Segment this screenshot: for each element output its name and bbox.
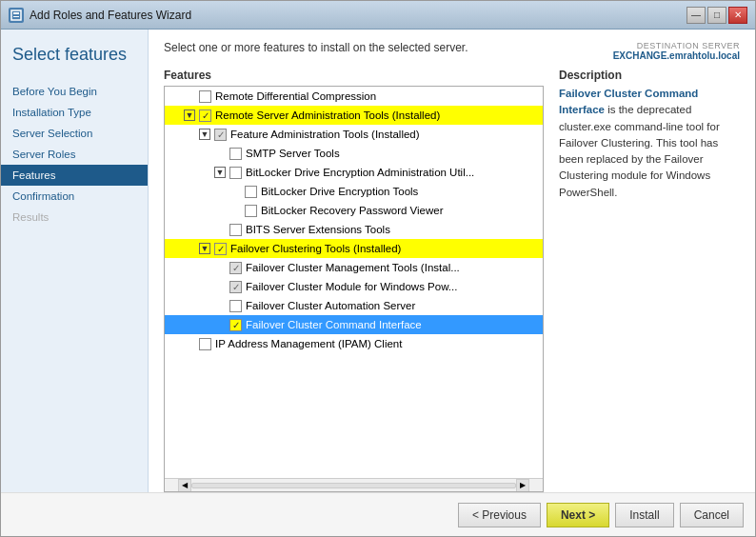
list-item[interactable]: ▼ BitLocker Drive Encryption Administrat… bbox=[165, 163, 543, 182]
list-item[interactable]: IP Address Management (IPAM) Client bbox=[165, 334, 543, 353]
svg-rect-0 bbox=[11, 10, 21, 20]
sidebar-item-before-you-begin[interactable]: Before You Begin bbox=[1, 81, 148, 102]
feature-checkbox[interactable] bbox=[199, 109, 211, 122]
feature-name: Failover Cluster Automation Server bbox=[246, 300, 415, 311]
feature-checkbox[interactable] bbox=[229, 224, 242, 236]
list-item[interactable]: ▼ Feature Administration Tools (Installe… bbox=[165, 125, 543, 144]
feature-checkbox[interactable] bbox=[214, 243, 227, 255]
scroll-right-arrow[interactable]: ▶ bbox=[516, 479, 529, 492]
svg-rect-1 bbox=[13, 12, 19, 14]
feature-checkbox[interactable] bbox=[229, 148, 242, 160]
feature-checkbox[interactable] bbox=[229, 300, 242, 312]
list-item[interactable]: BITS Server Extensions Tools bbox=[165, 220, 543, 239]
feature-name: BitLocker Recovery Password Viewer bbox=[261, 205, 444, 216]
feature-checkbox[interactable] bbox=[229, 281, 242, 293]
feature-name: Failover Clustering Tools (Installed) bbox=[230, 243, 401, 254]
expand-icon[interactable]: ▼ bbox=[214, 167, 226, 178]
features-label: Features bbox=[164, 69, 544, 82]
sidebar-item-confirmation[interactable]: Confirmation bbox=[1, 186, 148, 207]
feature-name: Failover Cluster Module for Windows Pow.… bbox=[246, 281, 457, 292]
feature-checkbox[interactable] bbox=[245, 205, 257, 217]
list-item[interactable]: Failover Cluster Management Tools (Insta… bbox=[165, 258, 543, 277]
list-item[interactable]: ▼ Failover Clustering Tools (Installed) bbox=[165, 239, 543, 258]
feature-name: BITS Server Extensions Tools bbox=[246, 224, 390, 235]
list-item[interactable]: BitLocker Drive Encryption Tools bbox=[165, 182, 543, 201]
feature-name: BitLocker Drive Encryption Tools bbox=[261, 186, 418, 197]
list-item[interactable]: SMTP Server Tools bbox=[165, 144, 543, 163]
title-bar-left: Add Roles and Features Wizard bbox=[9, 8, 191, 23]
description-label: Description bbox=[559, 69, 740, 82]
feature-name: Remote Differential Compression bbox=[215, 90, 376, 102]
description-panel: Description Failover Cluster Command Int… bbox=[559, 69, 740, 492]
minimize-button[interactable]: — bbox=[686, 7, 706, 24]
content-area: Select features Before You Begin Install… bbox=[1, 30, 755, 492]
scroll-left-arrow[interactable]: ◀ bbox=[178, 479, 191, 492]
bottom-bar: < Previous Next > Install Cancel bbox=[1, 492, 755, 536]
scrollbar-track bbox=[191, 483, 516, 488]
feature-checkbox[interactable] bbox=[229, 167, 242, 179]
features-section: Features Remote Differential Compression bbox=[149, 69, 755, 492]
features-list-container: Remote Differential Compression ▼ Remote… bbox=[164, 86, 544, 492]
title-bar-buttons: — □ ✕ bbox=[686, 7, 747, 24]
feature-name: SMTP Server Tools bbox=[246, 148, 340, 159]
feature-name: Failover Cluster Management Tools (Insta… bbox=[246, 262, 460, 273]
list-item[interactable]: ▼ Remote Server Administration Tools (In… bbox=[165, 106, 543, 125]
destination-label: DESTINATION SERVER bbox=[613, 41, 740, 50]
main-window: Add Roles and Features Wizard — □ ✕ Sele… bbox=[0, 0, 756, 537]
features-list[interactable]: Remote Differential Compression ▼ Remote… bbox=[165, 87, 543, 478]
feature-name: Failover Cluster Command Interface bbox=[246, 319, 422, 330]
feature-name: BitLocker Drive Encryption Administratio… bbox=[246, 167, 474, 178]
feature-checkbox[interactable] bbox=[229, 319, 242, 331]
feature-checkbox[interactable] bbox=[229, 262, 242, 274]
wizard-icon bbox=[9, 8, 24, 23]
feature-name: Remote Server Administration Tools (Inst… bbox=[215, 109, 440, 121]
feature-name: Feature Administration Tools (Installed) bbox=[230, 129, 420, 140]
main-header: Select one or more features to install o… bbox=[149, 30, 755, 69]
install-button[interactable]: Install bbox=[615, 503, 673, 527]
window-title: Add Roles and Features Wizard bbox=[30, 9, 191, 22]
list-item[interactable]: Failover Cluster Command Interface bbox=[165, 315, 543, 334]
horizontal-scrollbar[interactable]: ◀ ▶ bbox=[165, 478, 543, 491]
sidebar-nav: Before You Begin Installation Type Serve… bbox=[1, 73, 148, 492]
feature-checkbox[interactable] bbox=[214, 129, 227, 141]
list-item[interactable]: BitLocker Recovery Password Viewer bbox=[165, 201, 543, 220]
sidebar-item-server-roles[interactable]: Server Roles bbox=[1, 144, 148, 165]
previous-button[interactable]: < Previous bbox=[458, 503, 541, 527]
expand-icon[interactable]: ▼ bbox=[199, 243, 210, 254]
next-button[interactable]: Next > bbox=[547, 503, 609, 527]
list-item[interactable]: Remote Differential Compression bbox=[165, 87, 543, 106]
feature-checkbox[interactable] bbox=[199, 90, 211, 103]
description-body: is the deprecated cluster.exe command-li… bbox=[559, 104, 720, 197]
sidebar-title: Select features bbox=[12, 45, 136, 66]
feature-checkbox[interactable] bbox=[199, 338, 211, 350]
main-instruction: Select one or more features to install o… bbox=[164, 41, 613, 54]
cancel-button[interactable]: Cancel bbox=[680, 503, 744, 527]
sidebar: Select features Before You Begin Install… bbox=[1, 30, 149, 492]
sidebar-item-installation-type[interactable]: Installation Type bbox=[1, 102, 148, 123]
feature-name: IP Address Management (IPAM) Client bbox=[215, 338, 402, 349]
features-panel: Features Remote Differential Compression bbox=[164, 69, 544, 492]
sidebar-item-server-selection[interactable]: Server Selection bbox=[1, 123, 148, 144]
svg-rect-2 bbox=[13, 16, 19, 17]
sidebar-header: Select features bbox=[1, 30, 148, 73]
title-bar: Add Roles and Features Wizard — □ ✕ bbox=[1, 1, 755, 30]
main-content: Select one or more features to install o… bbox=[149, 30, 755, 492]
destination-name: EXCHANGE.emrahtolu.local bbox=[613, 50, 740, 61]
list-item[interactable]: Failover Cluster Automation Server bbox=[165, 296, 543, 315]
restore-button[interactable]: □ bbox=[707, 7, 726, 24]
destination-server-info: DESTINATION SERVER EXCHANGE.emrahtolu.lo… bbox=[613, 41, 740, 61]
sidebar-item-results: Results bbox=[1, 207, 148, 228]
expand-icon[interactable]: ▼ bbox=[199, 129, 210, 140]
feature-checkbox[interactable] bbox=[245, 186, 257, 198]
close-button[interactable]: ✕ bbox=[728, 7, 747, 24]
expand-icon[interactable]: ▼ bbox=[184, 109, 195, 121]
description-text: Failover Cluster Command Interface is th… bbox=[559, 86, 740, 201]
list-item[interactable]: Failover Cluster Module for Windows Pow.… bbox=[165, 277, 543, 296]
sidebar-item-features[interactable]: Features bbox=[1, 165, 148, 186]
